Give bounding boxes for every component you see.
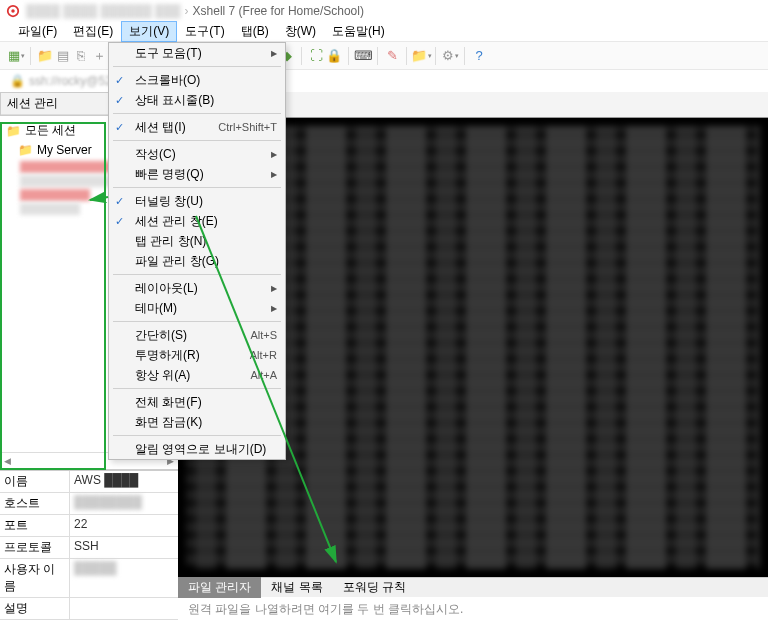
lock-icon[interactable]: 🔒 <box>326 48 342 64</box>
submenu-arrow-icon: ▶ <box>271 170 277 179</box>
highlight-icon[interactable]: ✎ <box>384 48 400 64</box>
properties-grid: 이름AWS ████ 호스트████████ 포트22 프로토콜SSH 사용자 … <box>0 470 178 620</box>
settings-icon[interactable]: ⚙▾ <box>442 48 458 64</box>
dropdown-item-label: 전체 화면(F) <box>135 394 202 411</box>
dropdown-item[interactable]: 빠른 명령(Q)▶ <box>109 164 285 184</box>
dropdown-item[interactable]: ✓세션 탭(I)Ctrl+Shift+T <box>109 117 285 137</box>
submenu-arrow-icon: ▶ <box>271 304 277 313</box>
dropdown-separator <box>113 66 281 67</box>
dropdown-item[interactable]: 레이아웃(L)▶ <box>109 278 285 298</box>
shortcut-label: Alt+S <box>250 329 277 341</box>
dropdown-item-label: 세션 탭(I) <box>135 119 186 136</box>
dropdown-item[interactable]: ✓상태 표시줄(B) <box>109 90 285 110</box>
submenu-arrow-icon: ▶ <box>271 150 277 159</box>
new-session-icon[interactable]: ▦▾ <box>8 48 24 64</box>
title-bar: ████ ████ ██████ ███ › Xshell 7 (Free fo… <box>0 0 768 22</box>
dropdown-item-label: 테마(M) <box>135 300 177 317</box>
scroll-left-icon[interactable]: ◀ <box>4 456 11 466</box>
check-icon: ✓ <box>115 195 124 208</box>
bottom-tab-channels[interactable]: 채널 목록 <box>261 577 332 598</box>
fullscreen-icon[interactable]: ⛶ <box>308 48 324 64</box>
title-blur: ████ ████ ██████ ███ <box>26 4 181 18</box>
menu-tab[interactable]: 탭(B) <box>233 21 277 42</box>
dropdown-separator <box>113 140 281 141</box>
dropdown-item[interactable]: 항상 위(A)Alt+A <box>109 365 285 385</box>
dropdown-separator <box>113 388 281 389</box>
check-icon: ✓ <box>115 121 124 134</box>
dropdown-item[interactable]: 작성(C)▶ <box>109 144 285 164</box>
dropdown-separator <box>113 274 281 275</box>
menu-file[interactable]: 파일(F) <box>10 21 65 42</box>
dropdown-item[interactable]: 탭 관리 창(N) <box>109 231 285 251</box>
svg-point-1 <box>11 9 15 13</box>
dropdown-separator <box>113 321 281 322</box>
prop-row: 호스트████████ <box>0 493 178 515</box>
disk-icon[interactable]: ⎘ <box>73 48 89 64</box>
dropdown-item-label: 빠른 명령(Q) <box>135 166 204 183</box>
dropdown-item-label: 화면 잠금(K) <box>135 414 202 431</box>
dropdown-item-label: 탭 관리 창(N) <box>135 233 206 250</box>
title-text: Xshell 7 (Free for Home/School) <box>193 4 364 18</box>
dropdown-item[interactable]: 간단히(S)Alt+S <box>109 325 285 345</box>
menu-bar: 파일(F) 편집(E) 보기(V) 도구(T) 탭(B) 창(W) 도움말(H) <box>0 22 768 42</box>
bottom-tab-bar: 파일 관리자 채널 목록 포워딩 규칙 <box>178 577 768 597</box>
dropdown-separator <box>113 435 281 436</box>
menu-tools[interactable]: 도구(T) <box>177 21 232 42</box>
bottom-hint-text: 원격 파일을 나열하려면 여기를 두 번 클릭하십시오. <box>178 597 768 622</box>
dropdown-separator <box>113 187 281 188</box>
menu-help[interactable]: 도움말(H) <box>324 21 393 42</box>
prop-row: 포트22 <box>0 515 178 537</box>
dropdown-item[interactable]: ✓스크롤바(O) <box>109 70 285 90</box>
tree-item-blur[interactable] <box>20 189 90 201</box>
view-dropdown: 도구 모음(T)▶✓스크롤바(O)✓상태 표시줄(B)✓세션 탭(I)Ctrl+… <box>108 42 286 460</box>
dropdown-item-label: 도구 모음(T) <box>135 45 202 62</box>
bottom-tab-forwarding[interactable]: 포워딩 규칙 <box>333 577 416 598</box>
check-icon: ✓ <box>115 215 124 228</box>
dropdown-item[interactable]: 파일 관리 창(G) <box>109 251 285 271</box>
dropdown-item-label: 투명하게(R) <box>135 347 200 364</box>
menu-window[interactable]: 창(W) <box>277 21 324 42</box>
prop-row: 사용자 이름█████ <box>0 559 178 598</box>
menu-view[interactable]: 보기(V) <box>121 21 177 42</box>
prop-row: 이름AWS ████ <box>0 471 178 493</box>
dropdown-item-label: 스크롤바(O) <box>135 72 200 89</box>
dropdown-item-label: 파일 관리 창(G) <box>135 253 219 270</box>
dropdown-item-label: 알림 영역으로 보내기(D) <box>135 441 266 458</box>
shortcut-label: Ctrl+Shift+T <box>218 121 277 133</box>
bottom-tab-filemgr[interactable]: 파일 관리자 <box>178 577 261 598</box>
prop-row: 프로토콜SSH <box>0 537 178 559</box>
dropdown-item[interactable]: 도구 모음(T)▶ <box>109 43 285 63</box>
keyboard-icon[interactable]: ⌨ <box>355 48 371 64</box>
dropdown-item[interactable]: 투명하게(R)Alt+R <box>109 345 285 365</box>
submenu-arrow-icon: ▶ <box>271 284 277 293</box>
lock-small-icon: 🔒 <box>10 74 25 88</box>
open-icon[interactable]: 📁 <box>37 48 53 64</box>
folder-icon: 📁 <box>6 124 21 138</box>
tree-item-blur[interactable] <box>20 203 80 215</box>
dropdown-item-label: 작성(C) <box>135 146 176 163</box>
dropdown-item-label: 상태 표시줄(B) <box>135 92 214 109</box>
save-icon[interactable]: ▤ <box>55 48 71 64</box>
app-icon <box>6 4 20 18</box>
dropdown-item[interactable]: 테마(M)▶ <box>109 298 285 318</box>
address-text[interactable]: ssh://rocky@52 <box>29 74 112 88</box>
dropdown-item[interactable]: 전체 화면(F) <box>109 392 285 412</box>
folder-icon: 📁 <box>18 143 33 157</box>
dropdown-item[interactable]: 알림 영역으로 보내기(D) <box>109 439 285 459</box>
folder-add-icon[interactable]: 📁▾ <box>413 48 429 64</box>
dropdown-item-label: 간단히(S) <box>135 327 187 344</box>
dropdown-item[interactable]: ✓세션 관리 창(E) <box>109 211 285 231</box>
menu-edit[interactable]: 편집(E) <box>65 21 121 42</box>
submenu-arrow-icon: ▶ <box>271 49 277 58</box>
help-icon[interactable]: ? <box>471 48 487 64</box>
dropdown-separator <box>113 113 281 114</box>
plus-icon[interactable]: ＋ <box>91 48 107 64</box>
check-icon: ✓ <box>115 94 124 107</box>
dropdown-item[interactable]: 화면 잠금(K) <box>109 412 285 432</box>
check-icon: ✓ <box>115 74 124 87</box>
dropdown-item-label: 터널링 창(U) <box>135 193 203 210</box>
dropdown-item[interactable]: ✓터널링 창(U) <box>109 191 285 211</box>
dropdown-item-label: 레이아웃(L) <box>135 280 198 297</box>
dropdown-item-label: 세션 관리 창(E) <box>135 213 218 230</box>
prop-row: 설명 <box>0 598 178 620</box>
